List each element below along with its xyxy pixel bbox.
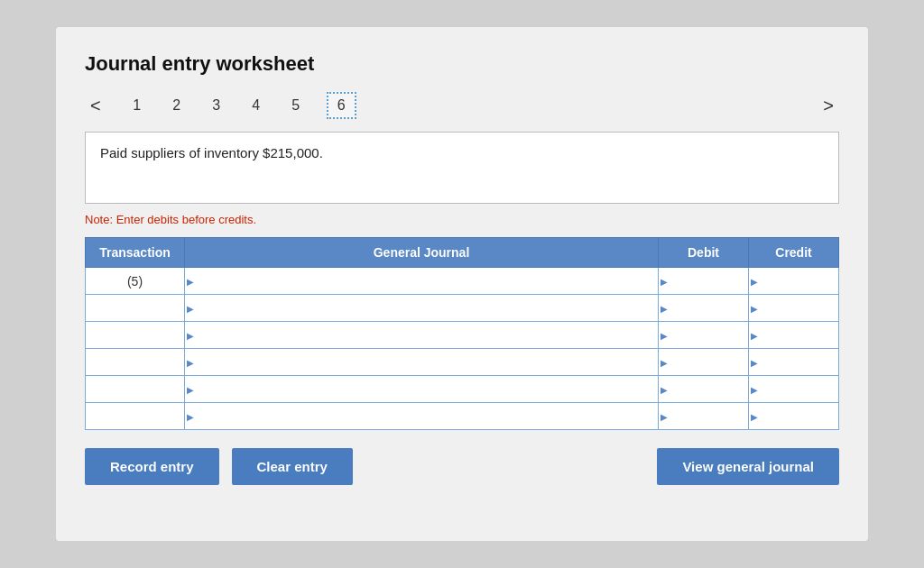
header-credit: Credit bbox=[749, 238, 839, 268]
buttons-row: Record entry Clear entry View general jo… bbox=[85, 448, 839, 485]
nav-row: < 1 2 3 4 5 6 > bbox=[85, 92, 839, 119]
table-row: (5)▶▶▶ bbox=[86, 268, 839, 295]
description-box: Paid suppliers of inventory $215,000. bbox=[85, 132, 839, 204]
debit-cell[interactable]: ▶ bbox=[659, 322, 749, 349]
table-row: ▶▶▶ bbox=[86, 403, 839, 430]
page-title: Journal entry worksheet bbox=[85, 52, 839, 76]
credit-cell[interactable]: ▶ bbox=[749, 295, 839, 322]
clear-entry-button[interactable]: Clear entry bbox=[232, 448, 353, 485]
nav-item-1[interactable]: 1 bbox=[128, 97, 146, 114]
credit-cell[interactable]: ▶ bbox=[749, 403, 839, 430]
journal-cell[interactable]: ▶ bbox=[185, 403, 659, 430]
nav-left-arrow[interactable]: < bbox=[85, 96, 106, 116]
debit-cell[interactable]: ▶ bbox=[659, 403, 749, 430]
debit-input[interactable] bbox=[659, 349, 748, 375]
journal-input[interactable] bbox=[185, 322, 658, 348]
nav-item-4[interactable]: 4 bbox=[247, 97, 265, 114]
journal-cell[interactable]: ▶ bbox=[185, 268, 659, 295]
credit-input[interactable] bbox=[749, 295, 838, 321]
credit-cell[interactable]: ▶ bbox=[749, 349, 839, 376]
debit-input[interactable] bbox=[659, 376, 748, 402]
transaction-cell: (5) bbox=[86, 268, 185, 295]
credit-input[interactable] bbox=[749, 376, 838, 402]
journal-input[interactable] bbox=[185, 295, 658, 321]
credit-input[interactable] bbox=[749, 403, 838, 429]
transaction-cell bbox=[86, 376, 185, 403]
record-entry-button[interactable]: Record entry bbox=[85, 448, 219, 485]
debit-cell[interactable]: ▶ bbox=[659, 376, 749, 403]
debit-cell[interactable]: ▶ bbox=[659, 268, 749, 295]
worksheet-container: Journal entry worksheet < 1 2 3 4 5 6 > … bbox=[56, 27, 868, 541]
header-debit: Debit bbox=[659, 238, 749, 268]
journal-input[interactable] bbox=[185, 349, 658, 375]
journal-cell[interactable]: ▶ bbox=[185, 322, 659, 349]
note-text: Note: Enter debits before credits. bbox=[85, 213, 839, 226]
nav-item-3[interactable]: 3 bbox=[208, 97, 226, 114]
journal-cell[interactable]: ▶ bbox=[185, 295, 659, 322]
table-row: ▶▶▶ bbox=[86, 322, 839, 349]
nav-item-5[interactable]: 5 bbox=[287, 97, 305, 114]
table-row: ▶▶▶ bbox=[86, 295, 839, 322]
debit-input[interactable] bbox=[659, 295, 748, 321]
journal-input[interactable] bbox=[185, 268, 658, 294]
transaction-cell bbox=[86, 295, 185, 322]
credit-input[interactable] bbox=[749, 349, 838, 375]
view-general-journal-button[interactable]: View general journal bbox=[657, 448, 839, 485]
debit-cell[interactable]: ▶ bbox=[659, 349, 749, 376]
nav-item-2[interactable]: 2 bbox=[168, 97, 186, 114]
table-row: ▶▶▶ bbox=[86, 349, 839, 376]
debit-input[interactable] bbox=[659, 322, 748, 348]
journal-input[interactable] bbox=[185, 403, 658, 429]
credit-input[interactable] bbox=[749, 268, 838, 294]
table-row: ▶▶▶ bbox=[86, 376, 839, 403]
nav-item-6[interactable]: 6 bbox=[327, 92, 356, 119]
credit-input[interactable] bbox=[749, 322, 838, 348]
header-general-journal: General Journal bbox=[185, 238, 659, 268]
journal-cell[interactable]: ▶ bbox=[185, 349, 659, 376]
journal-table: Transaction General Journal Debit Credit… bbox=[85, 237, 839, 430]
debit-cell[interactable]: ▶ bbox=[659, 295, 749, 322]
credit-cell[interactable]: ▶ bbox=[749, 322, 839, 349]
nav-right-arrow[interactable]: > bbox=[818, 96, 839, 116]
header-transaction: Transaction bbox=[86, 238, 185, 268]
transaction-cell bbox=[86, 349, 185, 376]
description-text: Paid suppliers of inventory $215,000. bbox=[100, 145, 323, 160]
journal-cell[interactable]: ▶ bbox=[185, 376, 659, 403]
transaction-cell bbox=[86, 322, 185, 349]
journal-input[interactable] bbox=[185, 376, 658, 402]
credit-cell[interactable]: ▶ bbox=[749, 268, 839, 295]
debit-input[interactable] bbox=[659, 268, 748, 294]
transaction-cell bbox=[86, 403, 185, 430]
debit-input[interactable] bbox=[659, 403, 748, 429]
credit-cell[interactable]: ▶ bbox=[749, 376, 839, 403]
